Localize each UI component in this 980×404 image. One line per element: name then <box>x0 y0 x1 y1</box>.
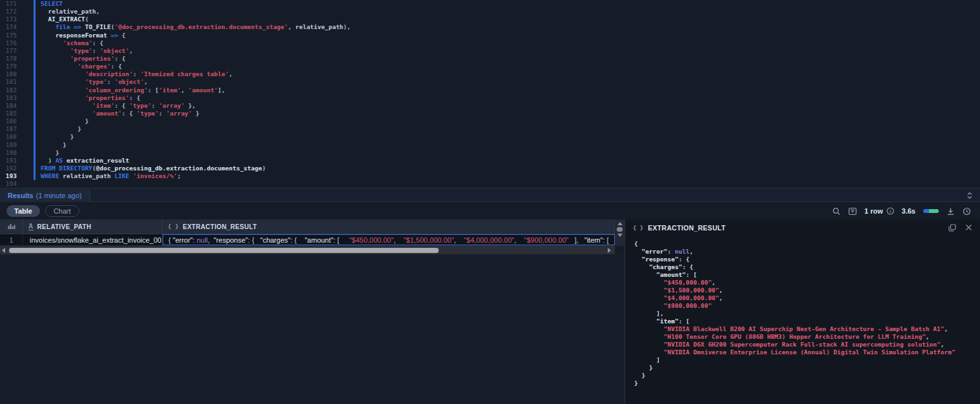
token <box>41 63 77 70</box>
scroll-up-icon[interactable] <box>617 222 623 225</box>
token: , <box>944 325 948 332</box>
code-text: responseFormat => { <box>35 32 126 39</box>
copy-icon[interactable] <box>948 224 956 232</box>
line-number: 182 <box>0 86 17 94</box>
search-icon[interactable] <box>832 207 841 216</box>
token: , <box>208 236 214 244</box>
results-toolbar: Table Chart 1 row 3.6s <box>0 203 980 219</box>
code-text: AI_EXTRACT( <box>35 15 88 23</box>
code-text: } <box>35 133 74 141</box>
row-count: 1 row <box>865 207 883 215</box>
table-row: 1 invoices/snowflake_ai_extract_invoice_… <box>0 234 625 246</box>
token: } <box>634 364 653 371</box>
line-number: 177 <box>0 47 17 55</box>
horizontal-scroll-thumb[interactable] <box>9 248 439 253</box>
token <box>634 325 664 332</box>
horizontal-scrollbar[interactable] <box>0 246 615 254</box>
json-line: ] <box>634 356 980 364</box>
token: SELECT <box>41 0 63 7</box>
code-text: 'item': { 'type': 'array' }, <box>35 102 195 110</box>
code-line: 171SELECT <box>0 0 980 8</box>
token: ) <box>41 157 55 164</box>
tab-chart[interactable]: Chart <box>45 205 79 217</box>
token: 'description' <box>85 70 133 77</box>
scroll-down-icon[interactable] <box>617 234 623 237</box>
code-line: 186 } <box>0 117 980 125</box>
token: : { <box>129 94 140 101</box>
token: "NVIDIA DGX GH200 Supercomputer Rack Ful… <box>664 341 941 348</box>
token: AI_EXTRACT <box>41 15 85 23</box>
token: "item" <box>585 236 603 244</box>
token: ) <box>262 165 266 172</box>
scroll-left-icon[interactable] <box>2 248 5 253</box>
line-number: 183 <box>0 94 17 102</box>
object-type-icon: { } <box>633 225 643 231</box>
line-number: 172 <box>0 8 17 15</box>
relative-path-cell[interactable]: invoices/snowflake_ai_extract_invoice_00… <box>23 234 163 245</box>
vertical-scroll-thumb[interactable] <box>617 227 623 232</box>
token: "$1,500,000.00" <box>403 236 454 244</box>
scroll-right-icon[interactable] <box>608 248 611 253</box>
column-header-row-number[interactable] <box>0 219 23 234</box>
token: : <box>92 47 99 54</box>
duration-breakdown-bar[interactable] <box>923 209 939 213</box>
row-number-cell[interactable]: 1 <box>0 234 23 245</box>
token: } <box>41 125 81 132</box>
line-number: 171 <box>0 0 17 8</box>
token: } <box>634 372 645 379</box>
code-line: 194 <box>0 180 980 188</box>
query-duration: 3.6s <box>902 207 915 215</box>
code-line: 172 relative_path, <box>0 8 980 15</box>
line-number: 178 <box>0 55 17 63</box>
extraction-result-cell-selected[interactable]: { "error": null, "response": { "charges"… <box>163 234 615 245</box>
download-icon[interactable] <box>946 207 955 216</box>
history-icon[interactable] <box>963 207 971 216</box>
line-number: 187 <box>0 125 17 133</box>
token: 'item' <box>159 86 181 94</box>
code-text: } <box>35 149 59 157</box>
code-line: 189 } <box>0 141 980 149</box>
filter-icon[interactable] <box>848 207 857 216</box>
token: , <box>926 333 930 340</box>
sql-editor[interactable]: 171SELECT172 relative_path,173 AI_EXTRAC… <box>0 0 980 188</box>
token: 'item' <box>92 102 114 109</box>
results-tab-label: Results <box>8 192 34 199</box>
json-line: "item": [ <box>634 318 980 325</box>
json-line: "$1,500,000.00", <box>634 287 980 294</box>
results-tab[interactable]: Results (1 minute ago) <box>0 189 90 202</box>
tab-table[interactable]: Table <box>6 205 40 217</box>
token: 'array' <box>159 102 185 109</box>
code-text: 'type': 'object', <box>35 47 133 55</box>
vertical-scrollbar[interactable] <box>615 219 625 246</box>
token: 'properties' <box>85 94 130 101</box>
line-number: 176 <box>0 39 17 47</box>
collapse-results-icon[interactable] <box>966 192 974 199</box>
token <box>41 94 85 101</box>
object-type-icon: { } <box>168 223 179 230</box>
code-line: 187 } <box>0 125 980 133</box>
column-header-extraction-result[interactable]: { } EXTRACTION_RESULT <box>163 219 615 234</box>
token: } <box>41 141 66 148</box>
code-text: ) AS extraction_result <box>35 157 129 165</box>
info-icon[interactable] <box>886 207 894 215</box>
line-number: 192 <box>0 165 17 172</box>
code-text: 'properties': { <box>35 94 140 102</box>
results-tab-time: (1 minute ago) <box>36 192 82 199</box>
code-text: 'amount': { 'type': 'array' } <box>35 110 199 117</box>
column-header-relative-path[interactable]: A RELATIVE_PATH <box>23 219 163 234</box>
token: , <box>514 236 524 244</box>
json-line: { <box>634 240 980 248</box>
close-icon[interactable] <box>965 224 972 232</box>
code-text: 'properties': { <box>35 55 126 63</box>
code-line: 184 'item': { 'type': 'array' }, <box>0 102 980 110</box>
token: , <box>181 86 188 94</box>
token: , <box>454 236 464 244</box>
token: : { <box>92 39 103 46</box>
token: => <box>70 23 85 30</box>
token <box>634 341 664 348</box>
text-type-icon: A <box>28 223 34 230</box>
token: : [ <box>148 86 159 94</box>
token: "$4,000,000.00" <box>664 294 719 301</box>
token: null <box>675 248 690 255</box>
token: 'type' <box>137 110 159 117</box>
